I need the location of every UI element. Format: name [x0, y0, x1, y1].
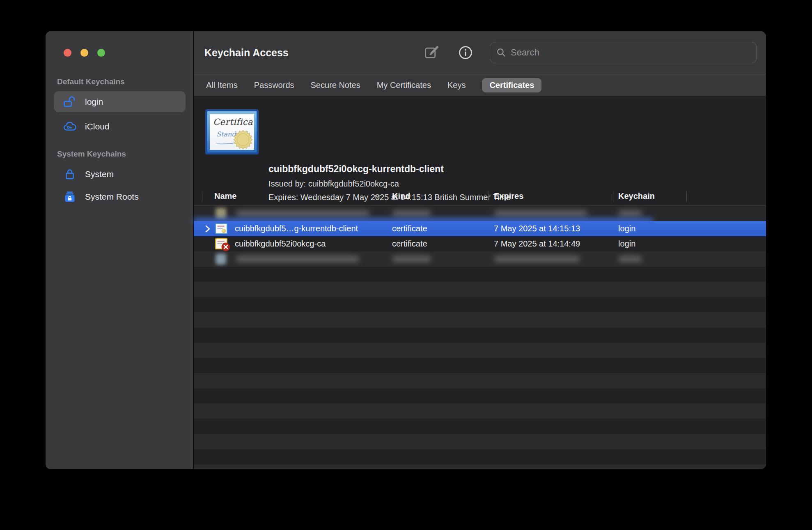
minimize-window-button[interactable]: [80, 49, 88, 57]
cell-expires: 7 May 2025 at 14:15:13: [494, 224, 580, 233]
cell-keychain: login: [618, 239, 635, 249]
sidebar-item-label: login: [85, 97, 103, 107]
disclosure-chevron-icon[interactable]: [204, 224, 211, 233]
toolbar: Keychain Access: [194, 31, 766, 74]
sidebar-item-login[interactable]: login: [54, 91, 186, 112]
sidebar: Default Keychains login iCloud System Ke…: [46, 31, 194, 469]
cell-name: cuibbfkgdubf5…g-kurrentdb-client: [235, 224, 358, 233]
sort-chevron-down-icon[interactable]: [374, 193, 381, 199]
table-header: Name Kind Expires Keychain: [194, 187, 766, 206]
cell-name: cuibbfkgdubf52i0okcg-ca: [235, 239, 326, 249]
tab-passwords[interactable]: Passwords: [254, 78, 294, 92]
table-row-ca[interactable]: cuibbfkgdubf52i0okcg-ca certificate 7 Ma…: [194, 236, 766, 251]
sidebar-item-system[interactable]: System: [54, 164, 186, 184]
certificate-large-icon: Certificate Standard: [205, 109, 259, 154]
tab-my-certificates[interactable]: My Certificates: [377, 78, 431, 92]
cell-kind: certificate: [392, 239, 427, 249]
red-x-badge-icon: [221, 242, 230, 251]
certificate-detail: Certificate Standard cuibbfkgdubf52i0okc…: [194, 96, 766, 187]
tab-certificates[interactable]: Certificates: [482, 78, 541, 92]
sidebar-section-system-keychains: System Keychains: [46, 150, 193, 159]
window-controls: [64, 49, 105, 57]
redacted-certificate-icon: [216, 208, 226, 219]
sidebar-item-system-roots[interactable]: System Roots: [54, 186, 186, 207]
tab-all-items[interactable]: All Items: [206, 78, 238, 92]
new-item-button[interactable]: [424, 44, 440, 61]
table-row-redacted[interactable]: [194, 251, 766, 267]
column-header-expires[interactable]: Expires: [494, 187, 523, 205]
cell-expires: 7 May 2025 at 14:14:49: [494, 239, 580, 249]
keychain-access-window: Default Keychains login iCloud System Ke…: [46, 31, 766, 469]
search-field[interactable]: [490, 42, 757, 63]
cell-keychain: login: [618, 224, 635, 233]
close-window-button[interactable]: [64, 49, 71, 57]
search-icon: [496, 47, 507, 58]
sidebar-item-icloud[interactable]: iCloud: [54, 116, 186, 137]
sidebar-item-label: System: [85, 169, 114, 179]
column-header-keychain[interactable]: Keychain: [618, 187, 655, 205]
sidebar-item-label: iCloud: [85, 122, 110, 131]
untrusted-certificate-icon: [215, 238, 227, 249]
locked-padlock-icon: [63, 168, 77, 180]
redacted-certificate-icon: [216, 253, 226, 265]
cloud-key-icon: [63, 120, 77, 133]
sidebar-item-label: System Roots: [85, 192, 139, 202]
certificates-content: Certificate Standard cuibbfkgdubf52i0okc…: [194, 96, 766, 469]
table-row-selected[interactable]: cuibbfkgdubf5…g-kurrentdb-client certifi…: [194, 221, 766, 236]
page-title: Keychain Access: [204, 47, 289, 59]
search-input[interactable]: [511, 47, 750, 58]
certificate-icon: [215, 223, 227, 234]
category-tabs: All Items Passwords Secure Notes My Cert…: [194, 74, 766, 96]
tab-keys[interactable]: Keys: [447, 78, 466, 92]
certificate-name: cuibbfkgdubf52i0okcg-kurrentdb-client: [268, 164, 511, 175]
column-header-name[interactable]: Name: [214, 187, 236, 205]
table-row-redacted[interactable]: [194, 206, 766, 221]
info-button[interactable]: [457, 44, 474, 61]
zoom-window-button[interactable]: [97, 49, 105, 57]
unlocked-padlock-icon: [63, 96, 77, 108]
column-header-kind[interactable]: Kind: [392, 187, 410, 205]
main-pane: Keychain Access: [194, 31, 766, 469]
certificate-list: cuibbfkgdubf5…g-kurrentdb-client certifi…: [194, 206, 766, 469]
tab-secure-notes[interactable]: Secure Notes: [311, 78, 360, 92]
cell-kind: certificate: [392, 224, 427, 233]
certificate-stack-lock-icon: [63, 191, 77, 203]
gold-seal-icon: [234, 130, 252, 149]
sidebar-section-default-keychains: Default Keychains: [46, 77, 193, 86]
certificate-art-word: Certificate: [213, 117, 254, 127]
